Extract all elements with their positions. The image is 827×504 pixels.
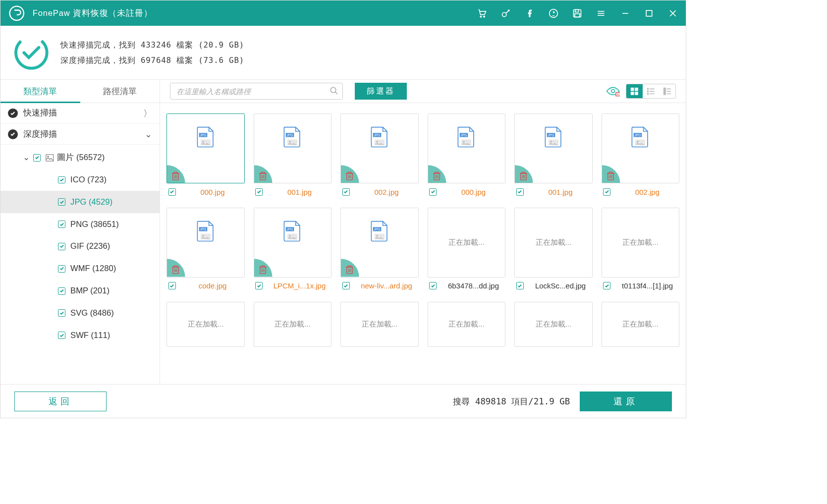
checkbox[interactable]: [58, 332, 65, 339]
minimize-icon[interactable]: [620, 8, 630, 18]
tree-item[interactable]: SVG (8486): [0, 302, 160, 324]
quick-scan-label: 快速掃描: [23, 108, 57, 118]
svg-point-16: [13, 34, 50, 71]
file-name: 001.jpg: [528, 188, 592, 196]
file-card: 正在加載...: [254, 302, 331, 347]
file-thumbnail[interactable]: 正在加載...: [514, 208, 592, 278]
tree-item-label: SVG (8486): [70, 308, 114, 318]
view-detail-button[interactable]: [659, 84, 675, 98]
cart-icon[interactable]: [477, 8, 487, 18]
feedback-icon[interactable]: [549, 8, 558, 18]
view-grid-button[interactable]: [626, 84, 643, 98]
tree-item[interactable]: PNG (38651): [0, 213, 160, 235]
file-checkbox[interactable]: [168, 188, 176, 196]
file-name: LockSc...ed.jpg: [528, 281, 592, 290]
maximize-icon[interactable]: [644, 8, 654, 18]
tree-item[interactable]: GIF (2236): [0, 235, 160, 258]
file-checkbox[interactable]: [603, 282, 610, 289]
menu-icon[interactable]: [596, 8, 606, 18]
file-thumbnail[interactable]: [428, 113, 505, 183]
tree-images-label: 圖片 (56572): [57, 152, 105, 163]
svg-rect-26: [635, 92, 638, 95]
file-card: 001.jpg: [514, 113, 592, 196]
restore-button[interactable]: 還原: [580, 392, 672, 411]
svg-rect-24: [635, 88, 638, 91]
file-thumbnail[interactable]: [254, 113, 331, 183]
tab-type-list[interactable]: 類型清單: [0, 80, 80, 102]
file-thumbnail[interactable]: 正在加載...: [340, 302, 418, 347]
loading-text: 正在加載...: [275, 320, 310, 329]
search-input[interactable]: [170, 83, 343, 99]
file-thumbnail[interactable]: 正在加載...: [514, 302, 592, 347]
file-thumbnail[interactable]: [166, 208, 244, 278]
jpg-file-icon: [283, 126, 302, 148]
file-checkbox[interactable]: [603, 188, 610, 196]
file-thumbnail[interactable]: 正在加載...: [428, 302, 505, 347]
deleted-corner-icon: [167, 161, 189, 183]
deep-scan-label: 深度掃描: [23, 129, 57, 140]
file-thumbnail[interactable]: [254, 208, 331, 278]
tree-item[interactable]: BMP (201): [0, 280, 160, 302]
file-thumbnail[interactable]: 正在加載...: [602, 208, 679, 278]
loading-text: 正在加載...: [622, 238, 658, 247]
file-checkbox[interactable]: [168, 282, 176, 289]
scan-status: 快速掃描完成，找到 433246 檔案 (20.9 GB) 深度掃描完成，找到 …: [0, 26, 686, 80]
filter-button[interactable]: 篩選器: [355, 83, 406, 99]
file-thumbnail[interactable]: [340, 113, 418, 183]
file-thumbnail[interactable]: [602, 113, 679, 183]
file-thumbnail[interactable]: 正在加載...: [428, 208, 505, 278]
tree-item[interactable]: ICO (723): [0, 169, 160, 191]
view-list-button[interactable]: [643, 84, 659, 98]
loading-text: 正在加載...: [536, 320, 571, 329]
tree-images[interactable]: ⌄ 圖片 (56572): [0, 147, 160, 169]
file-checkbox[interactable]: [429, 282, 437, 289]
file-checkbox[interactable]: [516, 282, 524, 289]
file-card: code.jpg: [166, 208, 244, 290]
image-icon: [46, 154, 54, 162]
checkbox[interactable]: [58, 198, 65, 206]
checkbox[interactable]: [58, 243, 65, 250]
checkbox[interactable]: [58, 176, 65, 184]
facebook-icon[interactable]: [525, 8, 535, 18]
back-button[interactable]: 返回: [14, 392, 107, 411]
sidebar-deep-scan[interactable]: 深度掃描 ⌄: [0, 124, 160, 145]
deep-scan-result: 深度掃描完成，找到 697648 檔案 (73.6 GB): [60, 53, 244, 68]
file-thumbnail[interactable]: 正在加載...: [166, 302, 244, 347]
file-thumbnail[interactable]: [166, 113, 244, 183]
file-thumbnail[interactable]: 正在加載...: [254, 302, 331, 347]
jpg-file-icon: [631, 126, 650, 148]
svg-rect-22: [616, 93, 620, 96]
key-icon[interactable]: [501, 8, 511, 18]
jpg-file-icon: [545, 126, 563, 148]
file-card: 正在加載... LockSc...ed.jpg: [514, 208, 592, 290]
file-checkbox[interactable]: [516, 188, 524, 196]
file-name: new-liv...ard.jpg: [354, 281, 418, 290]
checkbox[interactable]: [58, 265, 65, 273]
checkbox[interactable]: [58, 309, 65, 317]
preview-toggle-icon[interactable]: [606, 86, 620, 97]
tree-item[interactable]: SWF (111): [0, 324, 160, 346]
file-thumbnail[interactable]: [340, 208, 418, 278]
jpg-file-icon: [197, 221, 215, 242]
tree-item[interactable]: WMF (1280): [0, 258, 160, 280]
file-checkbox[interactable]: [342, 282, 350, 289]
file-checkbox[interactable]: [342, 188, 350, 196]
checkbox[interactable]: [33, 154, 41, 162]
svg-rect-29: [647, 90, 649, 92]
sidebar-quick-scan[interactable]: 快速掃描 〉: [0, 103, 160, 124]
search-icon[interactable]: [330, 86, 338, 95]
file-checkbox[interactable]: [255, 188, 263, 196]
tree-item[interactable]: JPG (4529): [0, 191, 160, 213]
file-card: 正在加載... 6b3478...dd.jpg: [428, 208, 505, 290]
file-checkbox[interactable]: [255, 282, 263, 289]
checkbox[interactable]: [58, 221, 65, 228]
file-name: 000.jpg: [441, 188, 505, 196]
tab-path-list[interactable]: 路徑清單: [80, 80, 160, 102]
file-thumbnail[interactable]: 正在加載...: [602, 302, 679, 347]
quick-scan-result: 快速掃描完成，找到 433246 檔案 (20.9 GB): [60, 37, 244, 53]
file-checkbox[interactable]: [429, 188, 437, 196]
close-icon[interactable]: [668, 8, 678, 18]
save-icon[interactable]: [572, 8, 582, 18]
checkbox[interactable]: [58, 287, 65, 295]
file-thumbnail[interactable]: [514, 113, 592, 183]
